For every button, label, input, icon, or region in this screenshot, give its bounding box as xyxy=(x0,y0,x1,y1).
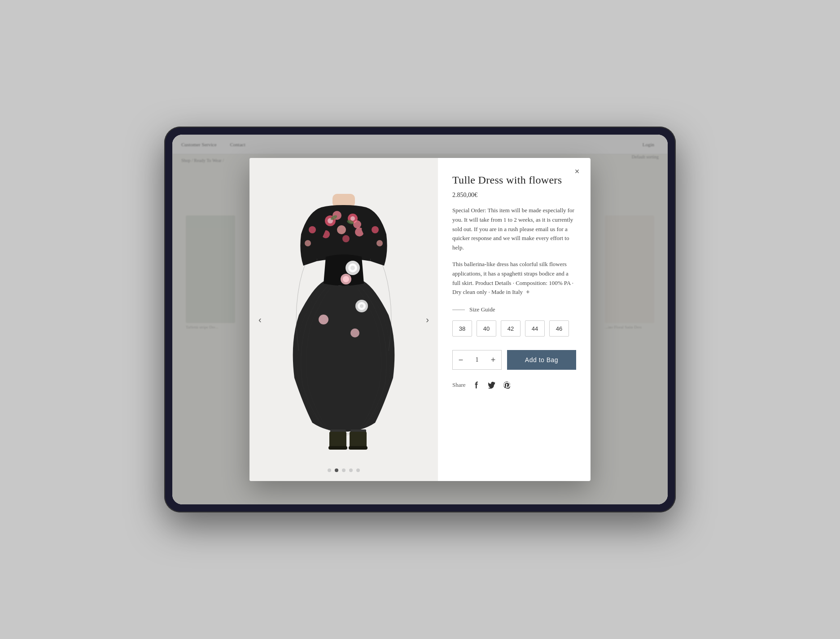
image-dots xyxy=(328,468,360,472)
svg-point-10 xyxy=(342,235,350,242)
svg-point-26 xyxy=(350,328,359,337)
size-38[interactable]: 38 xyxy=(452,320,472,337)
svg-point-7 xyxy=(337,225,346,234)
tablet-frame: Customer Service Contact Login Shop / Re… xyxy=(164,127,676,512)
product-price: 2.850,00€ xyxy=(452,192,576,199)
size-options: 38 40 42 44 46 xyxy=(452,320,576,337)
product-description: This ballerina-like dress has colorful s… xyxy=(452,260,576,297)
size-40[interactable]: 40 xyxy=(477,320,496,337)
size-42[interactable]: 42 xyxy=(501,320,521,337)
svg-rect-31 xyxy=(350,432,367,447)
expand-description-button[interactable]: + xyxy=(526,288,529,295)
dot-4[interactable] xyxy=(349,468,353,472)
dot-5[interactable] xyxy=(356,468,360,472)
share-row: Share xyxy=(452,381,576,390)
modal-overlay: × ‹ xyxy=(172,135,668,504)
dress-image xyxy=(285,189,402,450)
dot-2[interactable] xyxy=(335,468,338,472)
size-guide-link[interactable]: Size Guide xyxy=(469,306,495,313)
size-46[interactable]: 46 xyxy=(549,320,569,337)
dot-1[interactable] xyxy=(328,468,331,472)
quantity-control: − 1 + xyxy=(452,350,502,370)
svg-rect-29 xyxy=(328,446,347,450)
next-image-button[interactable]: › xyxy=(421,310,433,329)
svg-point-14 xyxy=(305,240,311,246)
svg-point-21 xyxy=(343,276,349,282)
svg-point-19 xyxy=(350,266,355,270)
svg-rect-32 xyxy=(349,446,368,450)
product-image-section: ‹ xyxy=(249,158,438,481)
close-button[interactable]: × xyxy=(571,165,583,178)
add-to-bag-row: − 1 + Add to Bag xyxy=(452,350,576,370)
product-title: Tulle Dress with flowers xyxy=(452,174,576,186)
product-modal: × ‹ xyxy=(249,158,591,481)
svg-point-5 xyxy=(353,220,361,228)
quantity-decrease-button[interactable]: − xyxy=(453,350,469,370)
svg-rect-28 xyxy=(329,432,346,447)
svg-point-24 xyxy=(360,304,363,308)
svg-point-15 xyxy=(372,226,379,233)
svg-point-25 xyxy=(319,315,328,324)
svg-point-16 xyxy=(376,240,383,246)
add-to-bag-button[interactable]: Add to Bag xyxy=(507,350,576,370)
size-44[interactable]: 44 xyxy=(525,320,545,337)
twitter-icon[interactable] xyxy=(487,381,496,390)
share-label: Share xyxy=(452,381,466,389)
svg-point-13 xyxy=(309,226,316,233)
pinterest-icon[interactable] xyxy=(503,381,512,390)
size-guide-row: Size Guide xyxy=(452,306,576,313)
product-details-section: Tulle Dress with flowers 2.850,00€ Speci… xyxy=(438,158,591,481)
product-image-area xyxy=(249,176,438,463)
quantity-value: 1 xyxy=(469,356,485,363)
facebook-icon[interactable] xyxy=(472,381,481,390)
product-notice: Special Order: This item will be made es… xyxy=(452,206,576,253)
dot-3[interactable] xyxy=(342,468,346,472)
quantity-increase-button[interactable]: + xyxy=(485,350,501,370)
size-guide-line xyxy=(452,310,465,310)
svg-point-6 xyxy=(350,216,355,221)
tablet-screen: Customer Service Contact Login Shop / Re… xyxy=(172,135,668,504)
prev-image-button[interactable]: ‹ xyxy=(254,310,266,329)
